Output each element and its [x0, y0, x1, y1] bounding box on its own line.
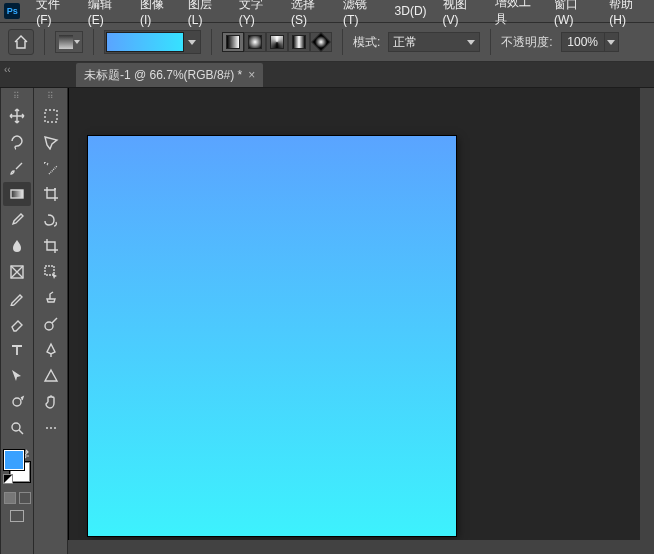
more-tools[interactable] — [37, 416, 65, 440]
chevron-down-icon — [607, 40, 615, 45]
blur-tool[interactable] — [3, 234, 31, 258]
canvas-area[interactable] — [68, 88, 654, 554]
quick-mask-row — [4, 492, 31, 504]
vertical-scrollbar[interactable] — [640, 88, 654, 540]
svg-point-5 — [45, 322, 53, 330]
opacity-label: 不透明度: — [501, 34, 552, 51]
opacity-input[interactable]: 100% — [561, 32, 605, 52]
frame-tool[interactable] — [3, 260, 31, 284]
default-colors-icon[interactable] — [3, 474, 13, 484]
clone-stamp-tool[interactable] — [37, 286, 65, 310]
menu-window[interactable]: 窗口(W) — [546, 0, 601, 30]
crop-tool[interactable] — [37, 234, 65, 258]
canvas-border — [68, 88, 69, 554]
menu-type[interactable]: 文字(Y) — [231, 0, 283, 30]
drag-handle-icon[interactable]: ⠿ — [1, 92, 33, 100]
gradient-type-reflected[interactable] — [288, 32, 310, 52]
reflected-gradient-icon — [292, 35, 306, 49]
gradient-tool[interactable] — [3, 182, 31, 206]
rotate-view-tool[interactable] — [3, 390, 31, 414]
svg-rect-0 — [11, 190, 23, 198]
dodge-tool[interactable] — [37, 312, 65, 336]
path-select-tool[interactable] — [3, 364, 31, 388]
document-tab[interactable]: 未标题-1 @ 66.7%(RGB/8#) * × — [76, 63, 263, 87]
divider — [44, 29, 45, 55]
home-icon — [13, 34, 29, 50]
quick-mask-button[interactable] — [19, 492, 31, 504]
gradient-type-diamond[interactable] — [310, 32, 332, 52]
gradient-swatch — [106, 32, 184, 52]
chevron-down-icon — [188, 40, 196, 45]
shape-tool[interactable] — [37, 364, 65, 388]
chevron-down-icon — [74, 40, 80, 44]
divider — [490, 29, 491, 55]
foreground-color-swatch[interactable] — [4, 450, 24, 470]
app-logo: Ps — [4, 3, 20, 19]
menu-3d[interactable]: 3D(D) — [387, 1, 435, 21]
eraser-tool[interactable] — [3, 312, 31, 336]
brush-tool[interactable] — [3, 156, 31, 180]
gradient-type-radial[interactable] — [244, 32, 266, 52]
tool-indicator[interactable] — [55, 31, 83, 53]
svg-point-2 — [12, 423, 20, 431]
menu-image[interactable]: 图像(I) — [132, 0, 180, 30]
opacity-dropdown[interactable] — [605, 32, 619, 52]
chevron-down-icon — [467, 40, 475, 45]
lasso-tool[interactable] — [3, 130, 31, 154]
menu-filter[interactable]: 滤镜(T) — [335, 0, 387, 30]
gradient-type-group — [222, 32, 332, 52]
menu-layer[interactable]: 图层(L) — [180, 0, 231, 30]
move-tool[interactable] — [3, 104, 31, 128]
menu-help[interactable]: 帮助(H) — [601, 0, 654, 30]
crop-plus-tool[interactable] — [37, 182, 65, 206]
workspace: ⠿ ⠿ — [0, 88, 654, 554]
angle-gradient-icon — [270, 35, 284, 49]
patch-tool[interactable] — [37, 208, 65, 232]
menu-select[interactable]: 选择(S) — [283, 0, 335, 30]
magic-wand-tool[interactable] — [37, 156, 65, 180]
eyedropper-tool[interactable] — [3, 208, 31, 232]
document-canvas[interactable] — [88, 136, 456, 536]
blend-mode-select[interactable]: 正常 — [388, 32, 480, 52]
screen-mode-row — [10, 510, 24, 522]
pen-tool[interactable] — [37, 338, 65, 362]
menu-plugins[interactable]: 增效工具 — [487, 0, 546, 31]
mode-label: 模式: — [353, 34, 380, 51]
object-select-tool[interactable] — [37, 260, 65, 284]
gradient-picker[interactable] — [104, 30, 201, 54]
document-tab-title: 未标题-1 @ 66.7%(RGB/8#) * — [84, 67, 242, 84]
menu-view[interactable]: 视图(V) — [435, 0, 487, 30]
svg-point-6 — [46, 427, 48, 429]
standard-mode-button[interactable] — [4, 492, 16, 504]
menu-file[interactable]: 文件(F) — [28, 0, 80, 30]
divider — [211, 29, 212, 55]
color-swatches — [2, 448, 32, 484]
scrollbar-corner — [640, 540, 654, 554]
gradient-type-linear[interactable] — [222, 32, 244, 52]
horizontal-scrollbar[interactable] — [68, 540, 640, 554]
svg-point-8 — [54, 427, 56, 429]
zoom-tool[interactable] — [3, 416, 31, 440]
marquee-tool[interactable] — [37, 104, 65, 128]
gradient-type-angle[interactable] — [266, 32, 288, 52]
toolbar-primary: ⠿ — [0, 88, 34, 554]
pencil-tool[interactable] — [3, 286, 31, 310]
divider — [342, 29, 343, 55]
home-button[interactable] — [8, 29, 34, 55]
linear-gradient-icon — [226, 35, 240, 49]
menu-bar: Ps 文件(F) 编辑(E) 图像(I) 图层(L) 文字(Y) 选择(S) 滤… — [0, 0, 654, 22]
gradient-icon — [59, 35, 73, 49]
type-tool[interactable] — [3, 338, 31, 362]
close-icon[interactable]: × — [248, 68, 255, 82]
diamond-gradient-icon — [311, 32, 331, 52]
radial-gradient-icon — [248, 35, 262, 49]
toolbar-secondary: ⠿ — [34, 88, 68, 554]
panel-collapse-handle[interactable]: ‹‹ — [4, 64, 11, 75]
screen-mode-button[interactable] — [10, 510, 24, 522]
menu-edit[interactable]: 编辑(E) — [80, 0, 132, 30]
svg-rect-3 — [45, 110, 57, 122]
drag-handle-icon[interactable]: ⠿ — [34, 92, 67, 100]
document-tabstrip: ‹‹ 未标题-1 @ 66.7%(RGB/8#) * × — [0, 62, 654, 88]
polygon-lasso-tool[interactable] — [37, 130, 65, 154]
hand-tool[interactable] — [37, 390, 65, 414]
